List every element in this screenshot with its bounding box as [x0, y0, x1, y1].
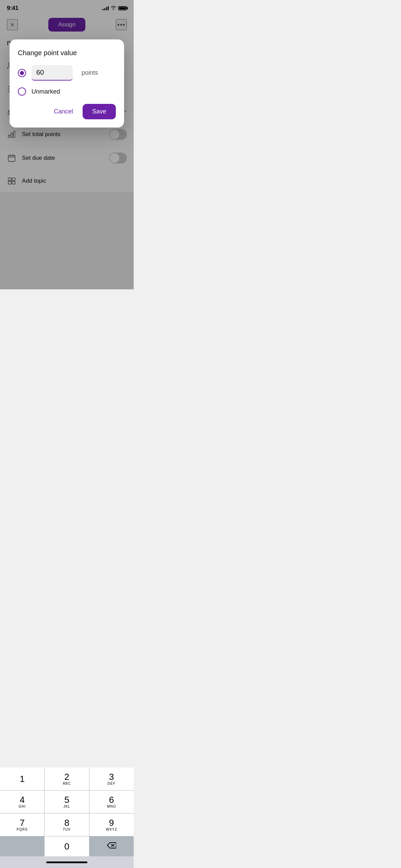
dialog-title: Change point value [18, 49, 116, 57]
unmarked-radio[interactable] [18, 87, 26, 96]
points-unit-label: points [82, 69, 98, 76]
points-option[interactable]: points [18, 65, 116, 81]
save-button[interactable]: Save [83, 104, 116, 119]
radio-inner-dot [20, 71, 24, 75]
unmarked-option[interactable]: Unmarked [18, 87, 116, 96]
unmarked-label: Unmarked [32, 88, 60, 95]
cancel-button[interactable]: Cancel [50, 105, 77, 118]
points-input-wrapper[interactable] [32, 65, 73, 81]
points-radio-selected[interactable] [18, 69, 26, 77]
points-input[interactable] [36, 69, 64, 76]
dialog-actions: Cancel Save [18, 104, 116, 119]
change-point-value-dialog: Change point value points Unmarked Cance… [10, 39, 124, 128]
